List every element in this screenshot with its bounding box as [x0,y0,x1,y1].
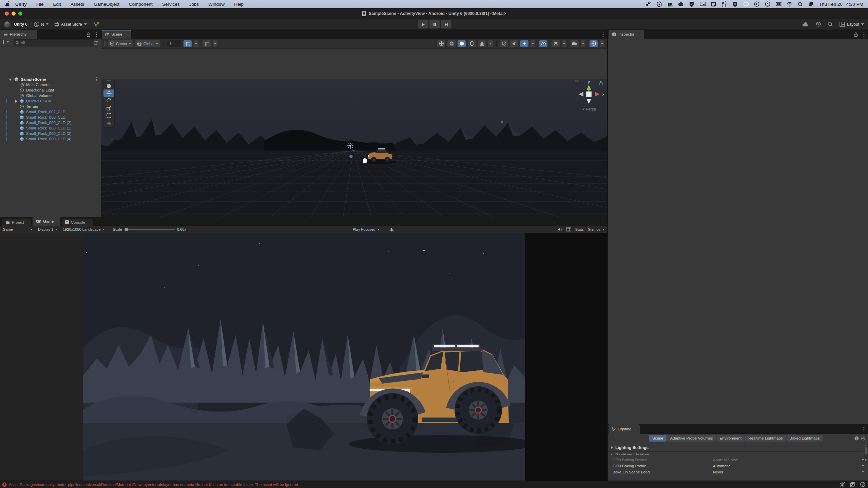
menu-item-window[interactable]: Window [204,2,229,7]
tool-handle-rotation-dropdown[interactable]: Global [135,40,160,47]
tab-console[interactable]: Console [62,219,93,226]
help-icon[interactable]: ? [854,436,859,441]
menu-item-gameobject[interactable]: GameObject [89,2,124,7]
status-molecule-icon[interactable] [645,1,651,7]
layout-dropdown[interactable]: Layout [840,22,864,27]
scene-panel-kebab-icon[interactable] [602,32,604,37]
camera-settings-caret[interactable] [581,40,585,47]
menu-item-edit[interactable]: Edit [49,2,66,7]
status-utensils-icon[interactable] [721,1,727,7]
lighting-tab-realtime-lightmaps[interactable]: Realtime Lightmaps [745,435,786,442]
status-hub-icon[interactable] [656,1,662,7]
lighting-tab-baked-lightmaps[interactable]: Baked Lightmaps [787,435,823,442]
lighting-tab-scene[interactable]: Scene [649,435,667,442]
tab-lighting[interactable]: Lighting [609,424,640,434]
display-dropdown[interactable]: Display 1 [35,226,60,233]
menu-clock-time[interactable]: 4:30 PM [846,2,863,7]
gear-icon[interactable] [861,436,865,441]
draw-mode-shaded-wire-icon[interactable] [447,40,456,47]
toolbar-drag-handle[interactable] [104,41,106,46]
hierarchy-item[interactable]: Quick3D_SUV [0,98,101,104]
lighting-kebab-icon[interactable] [863,427,865,432]
hierarchy-item[interactable]: Small_Rock_000_CLD (2) [0,120,101,125]
apple-logo-icon[interactable] [5,1,11,7]
play-button[interactable] [418,20,428,28]
menu-item-help[interactable]: Help [229,2,248,7]
menu-item-file[interactable]: File [32,2,49,7]
foldout-expanded-icon[interactable] [9,78,12,81]
tab-game[interactable]: Game [33,217,60,226]
play-focused-dropdown[interactable]: Play Focused [350,226,382,233]
game-effects-bug-icon[interactable] [389,227,394,233]
rect-tool[interactable] [103,112,114,119]
fog-2d-toggle[interactable] [500,40,508,47]
layers-overlay-button[interactable] [552,40,560,47]
scale-slider-handle[interactable] [125,228,128,231]
hierarchy-item[interactable]: Terrain [0,104,101,109]
asset-store-dropdown[interactable]: Asset Store [54,22,87,27]
scale-tool[interactable] [103,104,114,112]
overlay-drag-handle[interactable] [103,79,114,82]
grid-size-input[interactable]: 1 [167,40,181,47]
scrollbar-thumb[interactable] [865,447,867,454]
search-everything-icon[interactable] [828,22,833,27]
create-object-button[interactable] [2,40,9,44]
always-refresh-toggle[interactable] [520,40,528,47]
status-ghost-icon[interactable] [743,1,749,7]
scene-lighting-toggle[interactable] [458,40,466,47]
hierarchy-scene-row[interactable]: SampleScene [0,77,101,82]
lighting-tab-adaptive-probe-volumes[interactable]: Adaptive Probe Volumes [667,435,716,442]
inspector-lock-icon[interactable] [854,32,858,37]
lighting-tab-environment[interactable]: Environment [717,435,745,442]
hierarchy-item[interactable]: Small_Rock_000_CLD [0,115,101,120]
projection-mode-label[interactable]: < Persp [571,107,607,111]
status-display-icon[interactable] [700,1,706,7]
menu-item-unity[interactable]: Unity [11,2,32,7]
resolution-dropdown[interactable]: 1920x1080 Landscape [60,226,107,233]
step-button[interactable] [441,20,451,28]
effects-caret[interactable] [488,40,493,47]
always-refresh-caret[interactable] [531,40,535,47]
gizmos-dropdown-caret[interactable] [600,40,604,47]
scene-kebab-icon[interactable] [96,77,97,81]
status-wifi-icon[interactable] [787,1,792,7]
status-grid-shield-icon[interactable] [732,1,738,7]
debugger-detached-icon[interactable] [840,482,845,487]
tab-hierarchy[interactable]: Hierarchy [0,30,37,39]
effects-dropdown-button[interactable] [478,40,486,47]
status-cloud-icon[interactable] [678,1,684,7]
gpu-baking-profile-dropdown[interactable]: Automatic [713,464,730,468]
game-viewport[interactable] [0,233,607,481]
orientation-gizmo[interactable]: y x < Persp [571,79,607,113]
tab-project[interactable]: Project [2,219,31,226]
hierarchy-item[interactable]: Directional Light [0,87,101,93]
lighting-settings-foldout[interactable]: Lighting Settings [608,444,862,451]
status-person-circle-icon[interactable] [765,1,771,7]
tasks-complete-icon[interactable] [860,482,865,487]
grid-visibility-toggle[interactable] [184,40,192,47]
account-dropdown[interactable]: N [34,22,49,27]
camera-settings-button[interactable] [571,40,579,47]
tool-handle-pivot-dropdown[interactable]: Center [108,40,133,47]
pause-button[interactable] [429,20,440,28]
hierarchy-item[interactable]: Small_Rock_000_CLD (1) [0,125,101,131]
menu-item-services[interactable]: Services [157,2,185,7]
foldout-collapsed-icon[interactable] [15,100,17,103]
snap-settings-caret[interactable] [213,40,217,47]
hierarchy-item[interactable]: Small_Rock_000_CLD (4) [0,136,101,142]
cloud-services-icon[interactable] [802,22,809,27]
menu-item-assets[interactable]: Assets [66,2,89,7]
gizmos-dropdown-button[interactable] [590,40,598,47]
tab-scene[interactable]: Scene [102,30,131,39]
grid-visibility-caret[interactable] [194,40,198,47]
view-hand-tool[interactable] [103,82,114,89]
scene-picker-icon[interactable] [94,41,98,45]
scene-visibility-toggle[interactable] [539,40,547,47]
inspector-kebab-icon[interactable] [863,32,865,37]
status-search-icon[interactable] [797,1,803,7]
status-app-window-icon[interactable] [711,1,716,7]
skybox-toggle[interactable] [468,40,476,47]
undo-history-icon[interactable] [815,21,821,27]
audio-muted-toggle[interactable] [510,40,518,47]
realtime-lighting-foldout[interactable]: Realtime Lighting [608,451,862,455]
